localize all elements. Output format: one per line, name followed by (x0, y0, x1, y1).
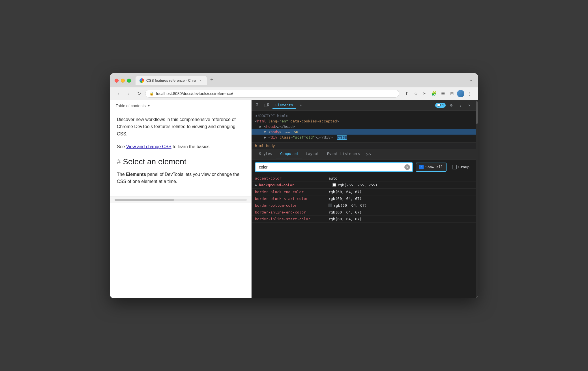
group-label: Group (458, 165, 469, 169)
css-properties-list: accent-color auto ▶ background-color rgb… (252, 175, 476, 298)
toc-chevron[interactable]: ▾ (148, 104, 150, 108)
dom-line-html[interactable]: <html lang="en" data-cookies-accepted> (255, 118, 472, 124)
search-bar-wrap: × ✓ Show all Group (252, 159, 476, 175)
dom-tree: <!DOCTYPE html> <html lang="en" data-coo… (252, 111, 476, 143)
scissors-button[interactable]: ✂ (421, 90, 429, 98)
window-controls-right: ⌄ (469, 76, 473, 83)
more-tabs-icon[interactable]: » (299, 103, 302, 107)
paragraph-3-prefix: The (117, 172, 126, 177)
close-window-button[interactable] (115, 79, 119, 83)
back-button[interactable]: ‹ (115, 90, 123, 98)
filter-input[interactable] (256, 163, 412, 171)
new-tab-button[interactable]: + (208, 76, 216, 84)
svg-rect-3 (265, 104, 267, 107)
traffic-lights[interactable] (115, 79, 131, 83)
tab-event-listeners[interactable]: Event Listeners (323, 149, 364, 159)
devtools-toolbar: Elements » 💬 1 ⚙ ⋮ × (252, 100, 476, 111)
view-change-css-link[interactable]: View and change CSS (126, 144, 171, 149)
svg-rect-4 (267, 103, 269, 105)
toc-link[interactable]: Table of contents (116, 103, 146, 108)
prop-expand-arrow[interactable]: ▶ (255, 183, 257, 187)
menu-list-button[interactable]: ☰ (439, 90, 447, 98)
devtools-wrapper: Elements » 💬 1 ⚙ ⋮ × <!DOC (252, 100, 478, 298)
device-toggle-icon[interactable] (263, 102, 270, 109)
prop-border-bottom-color[interactable]: border-bottom-color rgb(60, 64, 67) (252, 202, 476, 209)
webpage-scrollbar (110, 197, 251, 203)
dom-line-doctype: <!DOCTYPE html> (255, 113, 472, 118)
webpage-body: Discover new workflows in this comprehen… (110, 110, 251, 197)
more-button[interactable]: ⋮ (465, 90, 473, 98)
paragraph-2-prefix: See (117, 144, 126, 149)
devtools-close-button[interactable]: × (466, 102, 473, 109)
prop-border-block-end-color[interactable]: border-block-end-color rgb(60, 64, 67) (252, 189, 476, 195)
tab-layout[interactable]: Layout (302, 149, 323, 159)
webpage-panel: Table of contents ▾ Discover new workflo… (110, 100, 252, 298)
computed-tabs: Styles Computed Layout Event Listeners >… (252, 149, 476, 159)
console-badge[interactable]: 💬 1 (435, 103, 446, 108)
group-checkbox[interactable] (452, 165, 457, 169)
color-swatch-white[interactable] (332, 183, 336, 187)
lock-icon: 🔒 (149, 91, 154, 96)
grid-badge[interactable]: grid (337, 135, 347, 140)
tab-css-features[interactable]: CSS features reference - Chro × (136, 76, 207, 85)
split-button[interactable]: ⊞ (448, 90, 456, 98)
avatar[interactable] (457, 90, 464, 97)
prop-border-inline-start-color[interactable]: border-inline-start-color rgb(60, 64, 67… (252, 216, 476, 223)
search-input-container: × (255, 162, 413, 172)
heading-section: # Select an element (117, 157, 244, 166)
maximize-button[interactable] (127, 79, 131, 83)
devtools-settings-icon[interactable]: ⚙ (448, 102, 455, 109)
paragraph-3: The Elements panel of DevTools lets you … (117, 171, 244, 185)
prop-accent-color[interactable]: accent-color auto (252, 175, 476, 182)
inspect-icon[interactable] (254, 102, 261, 109)
webpage-header: Table of contents ▾ (110, 100, 251, 110)
breadcrumb-body[interactable]: body (266, 144, 275, 148)
bookmark-button[interactable]: ☆ (412, 90, 420, 98)
console-badge-icon: 💬 (437, 103, 441, 107)
elements-bold: Elements (126, 172, 146, 177)
section-heading-text: Select an element (123, 157, 186, 166)
address-bar: ‹ › ↻ 🔒 localhost:8080/docs/devtools/css… (110, 87, 478, 100)
color-swatch-dark[interactable] (329, 204, 332, 207)
forward-button[interactable]: › (125, 90, 133, 98)
breadcrumb-bar: html body (252, 143, 476, 149)
breadcrumb-html[interactable]: html (255, 144, 264, 148)
console-badge-count: 1 (442, 103, 444, 107)
dom-line-body[interactable]: ··· ▼ <body> == $0 (252, 129, 476, 135)
tab-elements[interactable]: Elements (272, 102, 296, 109)
share-button[interactable]: ⬆ (403, 90, 411, 98)
address-input[interactable]: 🔒 localhost:8080/docs/devtools/css/refer… (145, 90, 399, 98)
tabs-bar: CSS features reference - Chro × + (136, 76, 469, 85)
group-wrap: Group (449, 163, 472, 171)
devtools-more-icon[interactable]: ⋮ (457, 102, 464, 109)
prop-background-color[interactable]: ▶ background-color rgb(255, 255, 255) (252, 182, 476, 189)
show-all-wrap: ✓ Show all (416, 163, 447, 172)
extensions-button[interactable]: 🧩 (430, 90, 438, 98)
paragraph-1: Discover new workflows in this comprehen… (117, 116, 244, 138)
dom-line-head[interactable]: ▶ <head>…</head> (255, 124, 472, 129)
main-content: Table of contents ▾ Discover new workflo… (110, 100, 478, 298)
reload-button[interactable]: ↻ (135, 90, 143, 98)
clear-search-button[interactable]: × (404, 164, 410, 170)
tab-styles[interactable]: Styles (255, 149, 276, 159)
prop-border-inline-end-color[interactable]: border-inline-end-color rgb(60, 64, 67) (252, 209, 476, 216)
paragraph-2: See View and change CSS to learn the bas… (117, 143, 244, 150)
devtools-panel: Elements » 💬 1 ⚙ ⋮ × <!DOC (252, 100, 476, 298)
minimize-button[interactable] (121, 79, 125, 83)
devtools-toolbar-right: 💬 1 ⚙ ⋮ × (435, 102, 473, 109)
show-all-label: Show all (425, 165, 443, 169)
address-text: localhost:8080/docs/devtools/css/referen… (156, 91, 395, 96)
hash-symbol: # (117, 158, 121, 166)
more-computed-tabs[interactable]: >> (364, 149, 373, 159)
dom-line-div-scaffold[interactable]: ▶ <div class="scaffold">…</div> grid (255, 135, 472, 140)
prop-border-block-start-color[interactable]: border-block-start-color rgb(60, 64, 67) (252, 195, 476, 202)
tab-computed[interactable]: Computed (276, 149, 302, 159)
svg-rect-0 (256, 103, 258, 105)
paragraph-2-suffix: to learn the basics. (171, 144, 211, 149)
tab-favicon (140, 78, 144, 83)
section-heading: # Select an element (117, 157, 244, 166)
tab-close-button[interactable]: × (198, 78, 203, 83)
address-bar-actions: ⬆ ☆ ✂ 🧩 ☰ ⊞ ⋮ (403, 90, 473, 98)
devtools-scrollbar[interactable] (476, 100, 478, 298)
show-all-checkbox[interactable]: ✓ (419, 165, 424, 169)
